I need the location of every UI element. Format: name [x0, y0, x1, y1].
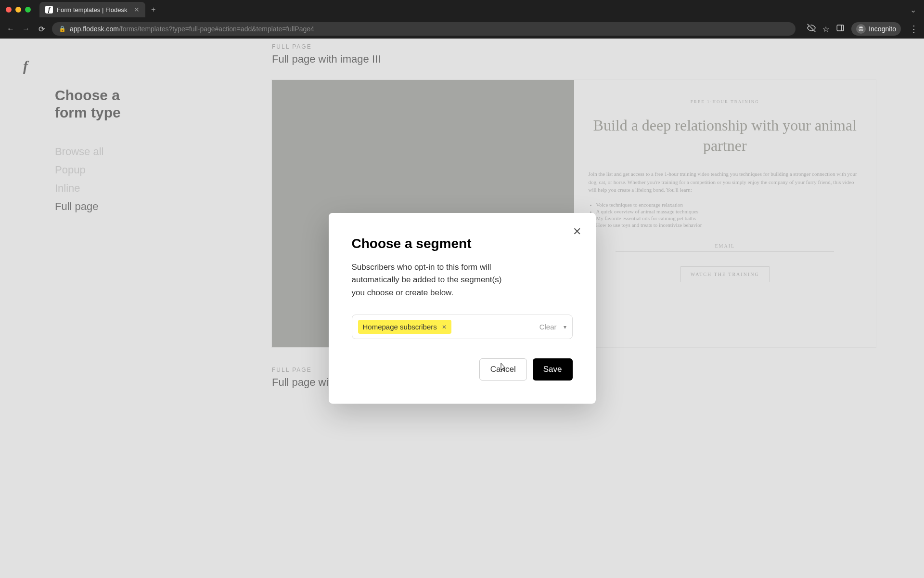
segment-tag: Homepage subscribers ✕: [358, 320, 451, 334]
modal-title: Choose a segment: [352, 236, 573, 251]
tab-favicon: f: [45, 6, 53, 13]
chevron-down-icon[interactable]: ▾: [564, 324, 566, 330]
close-window-button[interactable]: [6, 7, 12, 13]
lock-icon: 🔒: [59, 26, 66, 32]
modal-overlay[interactable]: ✕ Choose a segment Subscribers who opt-i…: [0, 39, 924, 578]
url-field[interactable]: 🔒 app.flodesk.com/forms/templates?type=f…: [52, 22, 796, 36]
segment-modal: ✕ Choose a segment Subscribers who opt-i…: [329, 213, 596, 404]
save-button[interactable]: Save: [533, 358, 573, 381]
incognito-icon: [856, 24, 866, 34]
close-icon[interactable]: ✕: [573, 226, 581, 237]
incognito-label: Incognito: [869, 25, 896, 33]
url-text: app.flodesk.com/forms/templates?type=ful…: [70, 25, 314, 33]
tab-title: Form templates | Flodesk: [57, 6, 127, 13]
browser-tab[interactable]: f Form templates | Flodesk ✕: [39, 2, 145, 17]
panel-icon[interactable]: [836, 24, 845, 34]
back-button[interactable]: ←: [6, 25, 15, 33]
modal-actions: Cancel Save: [352, 358, 573, 381]
maximize-window-button[interactable]: [25, 7, 31, 13]
segment-tag-label: Homepage subscribers: [363, 323, 437, 331]
toolbar-right: ☆ Incognito ⋮: [807, 22, 918, 36]
svg-point-2: [859, 29, 861, 31]
svg-point-3: [861, 29, 863, 31]
tab-bar: f Form templates | Flodesk ✕ + ⌄: [0, 0, 924, 19]
page-content: f Choose a form type Browse all Popup In…: [0, 39, 924, 578]
incognito-badge[interactable]: Incognito: [851, 22, 901, 36]
close-tab-icon[interactable]: ✕: [134, 6, 140, 13]
address-bar: ← → ⟳ 🔒 app.flodesk.com/forms/templates?…: [0, 19, 924, 39]
expand-tabs-icon[interactable]: ⌄: [910, 5, 916, 14]
star-icon[interactable]: ☆: [822, 25, 829, 34]
cancel-button[interactable]: Cancel: [479, 358, 527, 381]
new-tab-button[interactable]: +: [151, 5, 155, 14]
menu-icon[interactable]: ⋮: [910, 24, 918, 34]
forward-button[interactable]: →: [21, 25, 31, 33]
modal-description: Subscribers who opt-in to this form will…: [352, 261, 506, 299]
reload-button[interactable]: ⟳: [37, 25, 46, 34]
minimize-window-button[interactable]: [15, 7, 21, 13]
segment-select[interactable]: Homepage subscribers ✕ Clear ▾: [352, 315, 573, 339]
svg-rect-0: [837, 25, 844, 31]
clear-segments-button[interactable]: Clear: [539, 323, 557, 331]
window-controls: [6, 7, 31, 13]
remove-segment-icon[interactable]: ✕: [442, 324, 447, 330]
browser-chrome: f Form templates | Flodesk ✕ + ⌄ ← → ⟳ 🔒…: [0, 0, 924, 39]
eye-off-icon[interactable]: [807, 24, 816, 34]
